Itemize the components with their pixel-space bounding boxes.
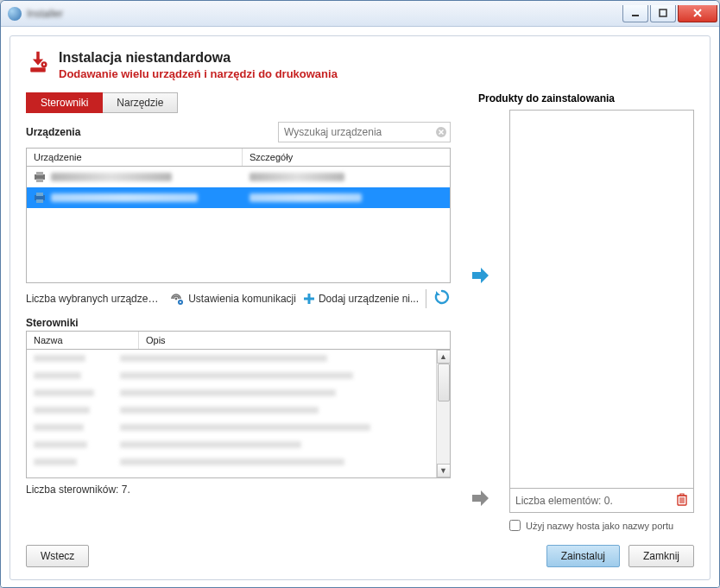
col-details[interactable]: Szczegóły	[243, 149, 450, 166]
products-list[interactable]	[509, 110, 694, 489]
table-row[interactable]	[27, 453, 450, 471]
svg-rect-10	[36, 193, 43, 196]
titlebar: Installer	[1, 1, 719, 27]
svg-point-4	[43, 63, 45, 65]
arrow-right-icon	[471, 490, 489, 507]
devices-label: Urządzenia	[26, 126, 278, 138]
scrollbar[interactable]: ▲ ▼	[436, 350, 450, 477]
tab-drivers[interactable]: Sterowniki	[26, 92, 103, 113]
table-row[interactable]	[27, 350, 450, 367]
scroll-up-button[interactable]: ▲	[437, 350, 451, 364]
svg-rect-2	[30, 67, 46, 72]
arrow-right-icon	[471, 267, 489, 284]
clear-search-icon[interactable]	[433, 123, 450, 141]
maximize-button[interactable]	[650, 5, 676, 22]
svg-rect-11	[36, 199, 43, 203]
products-count: Liczba elementów: 0.	[515, 495, 613, 507]
hostname-checkbox-row[interactable]: Użyj nazwy hosta jako nazwy portu	[509, 520, 694, 531]
page-header: Instalacja niestandardowa Dodawanie wiel…	[26, 50, 694, 80]
drivers-count: Liczba sterowników: 7.	[26, 484, 451, 496]
table-row-selected[interactable]	[27, 187, 450, 208]
install-button[interactable]: Zainstaluj	[546, 545, 620, 567]
page-subtitle: Dodawanie wielu urządzeń i narzędzi do d…	[59, 67, 338, 80]
trash-icon	[676, 492, 688, 506]
plus-icon	[303, 293, 315, 305]
tabs: Sterowniki Narzędzie	[26, 92, 451, 113]
table-row[interactable]	[27, 367, 450, 384]
app-window: Installer Instalacja niestandardowa Doda…	[0, 0, 720, 588]
svg-rect-0	[632, 15, 639, 16]
drivers-label: Sterowniki	[26, 317, 451, 329]
install-icon	[26, 50, 50, 74]
svg-rect-1	[660, 9, 666, 16]
table-row[interactable]	[27, 436, 450, 453]
delete-product-button[interactable]	[676, 492, 688, 509]
add-to-products-button[interactable]	[471, 267, 489, 288]
separator	[426, 289, 426, 308]
search-input[interactable]	[279, 126, 433, 138]
col-device[interactable]: Urządzenie	[27, 149, 243, 166]
window-title: Installer	[27, 8, 622, 20]
scroll-down-button[interactable]: ▼	[437, 464, 451, 477]
table-row[interactable]	[27, 401, 450, 419]
products-label: Produkty do zainstalowania	[478, 92, 694, 104]
selected-devices-count: Liczba wybranych urządzeń: 1 z...	[26, 293, 162, 305]
back-button[interactable]: Wstecz	[26, 545, 89, 567]
svg-point-14	[180, 301, 181, 303]
printer-icon	[34, 172, 46, 182]
hostname-checkbox-label: Użyj nazwy hosta jako nazwy portu	[526, 521, 673, 531]
close-window-button[interactable]	[678, 5, 717, 22]
app-icon	[8, 7, 22, 21]
add-device-button[interactable]: Dodaj urządzenie ni...	[303, 293, 419, 305]
close-button[interactable]: Zamknij	[628, 545, 694, 567]
page-title: Instalacja niestandardowa	[59, 50, 338, 66]
printer-icon	[34, 193, 46, 203]
signal-gear-icon	[169, 292, 185, 306]
refresh-button[interactable]	[433, 288, 451, 308]
devices-table: Urządzenie Szczegóły	[26, 148, 451, 283]
drivers-table: Nazwa Opis ▲	[26, 331, 451, 478]
hostname-checkbox[interactable]	[509, 520, 521, 531]
refresh-icon	[433, 288, 451, 306]
table-row[interactable]	[27, 384, 450, 401]
add-driver-button[interactable]	[471, 490, 489, 510]
svg-rect-8	[36, 179, 43, 182]
table-row[interactable]	[27, 419, 450, 436]
minimize-button[interactable]	[622, 5, 648, 22]
svg-point-12	[175, 297, 178, 300]
scroll-thumb[interactable]	[438, 364, 450, 401]
comm-settings-button[interactable]: Ustawienia komunikacji	[169, 292, 296, 306]
tab-tools[interactable]: Narzędzie	[103, 92, 178, 113]
table-row[interactable]	[27, 167, 450, 187]
col-desc[interactable]: Opis	[139, 332, 450, 349]
search-devices-field[interactable]	[278, 122, 451, 142]
svg-rect-7	[36, 172, 43, 175]
col-name[interactable]: Nazwa	[27, 332, 139, 349]
